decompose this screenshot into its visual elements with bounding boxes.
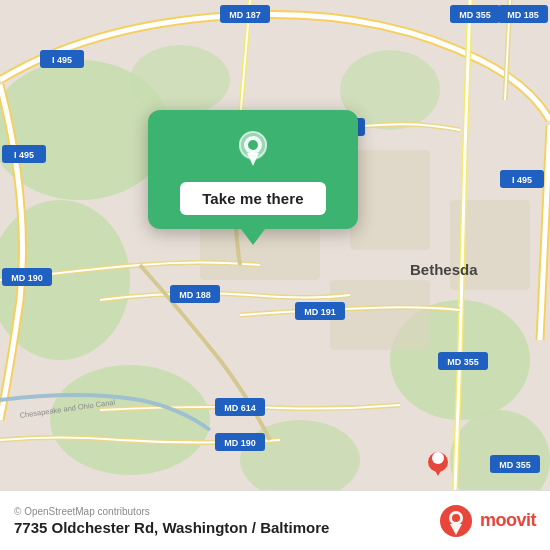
svg-text:MD 188: MD 188: [179, 290, 211, 300]
popup-card: Take me there: [148, 110, 358, 229]
svg-point-7: [130, 45, 230, 115]
svg-rect-10: [350, 150, 430, 250]
svg-text:MD 355: MD 355: [459, 10, 491, 20]
moovit-label: moovit: [480, 510, 536, 531]
svg-text:MD 190: MD 190: [224, 438, 256, 448]
bottom-bar: © OpenStreetMap contributors 7735 Oldche…: [0, 490, 550, 550]
svg-marker-50: [247, 153, 259, 166]
svg-text:MD 185: MD 185: [507, 10, 539, 20]
svg-text:MD 187: MD 187: [229, 10, 261, 20]
svg-text:MD 614: MD 614: [224, 403, 256, 413]
svg-text:MD 355: MD 355: [447, 357, 479, 367]
location-pin-icon: [231, 128, 275, 172]
map-background: I 495 MD 187 MD 355 MD 185 I 495 I 495 M…: [0, 0, 550, 490]
svg-point-3: [50, 365, 210, 475]
svg-text:Bethesda: Bethesda: [410, 261, 478, 278]
svg-text:I 495: I 495: [14, 150, 34, 160]
svg-point-49: [248, 140, 258, 150]
map-container: I 495 MD 187 MD 355 MD 185 I 495 I 495 M…: [0, 0, 550, 490]
svg-text:MD 191: MD 191: [304, 307, 336, 317]
address-text: 7735 Oldchester Rd, Washington / Baltimo…: [14, 519, 329, 536]
svg-text:MD 190: MD 190: [11, 273, 43, 283]
svg-text:MD 355: MD 355: [499, 460, 531, 470]
copyright-text: © OpenStreetMap contributors: [14, 506, 329, 517]
svg-point-44: [432, 452, 444, 464]
svg-text:I 495: I 495: [52, 55, 72, 65]
moovit-logo-icon: [438, 503, 474, 539]
moovit-logo: moovit: [438, 503, 536, 539]
bottom-info: © OpenStreetMap contributors 7735 Oldche…: [14, 506, 329, 536]
svg-text:I 495: I 495: [512, 175, 532, 185]
take-me-there-button[interactable]: Take me there: [180, 182, 326, 215]
svg-point-54: [452, 514, 460, 522]
